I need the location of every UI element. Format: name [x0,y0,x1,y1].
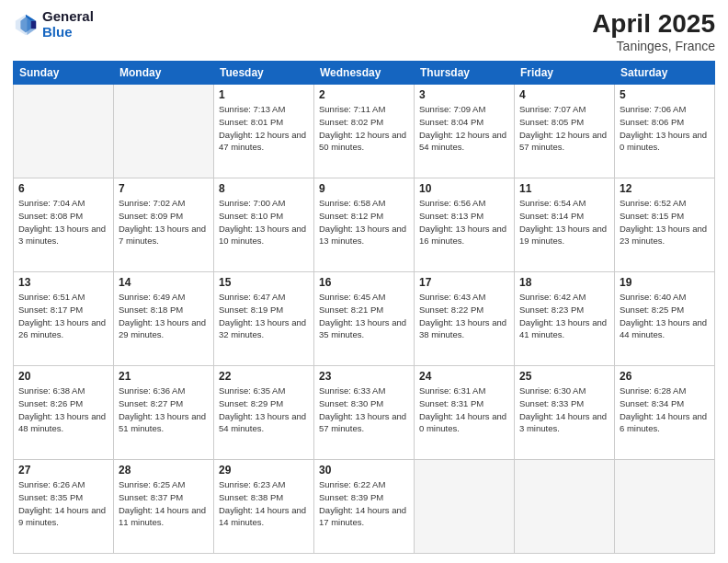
day-number: 2 [319,88,409,101]
svg-marker-3 [31,20,37,28]
title-area: April 2025 Taninges, France [592,9,715,53]
day-info: Sunrise: 6:51 AMSunset: 8:17 PMDaylight:… [18,292,106,339]
calendar-cell [615,460,715,554]
day-number: 28 [119,464,209,477]
day-number: 15 [219,276,309,289]
day-info: Sunrise: 6:22 AMSunset: 8:39 PMDaylight:… [319,479,406,527]
calendar-cell: 4 Sunrise: 7:07 AMSunset: 8:05 PMDayligh… [515,85,615,178]
day-number: 6 [18,182,108,195]
day-info: Sunrise: 6:25 AMSunset: 8:37 PMDaylight:… [119,479,206,527]
calendar-cell: 25 Sunrise: 6:30 AMSunset: 8:33 PMDaylig… [515,366,615,460]
calendar-cell: 28 Sunrise: 6:25 AMSunset: 8:37 PMDaylig… [114,460,214,554]
title-month: April 2025 [592,9,715,39]
day-info: Sunrise: 6:56 AMSunset: 8:13 PMDaylight:… [419,198,506,246]
col-thursday: Thursday [415,62,515,85]
calendar-cell: 19 Sunrise: 6:40 AMSunset: 8:25 PMDaylig… [615,272,715,366]
calendar-cell: 22 Sunrise: 6:35 AMSunset: 8:29 PMDaylig… [214,366,314,460]
calendar-cell: 14 Sunrise: 6:49 AMSunset: 8:18 PMDaylig… [114,272,214,366]
day-number: 3 [419,88,509,101]
calendar-cell: 26 Sunrise: 6:28 AMSunset: 8:34 PMDaylig… [615,366,715,460]
logo-general-text: General [42,9,94,25]
calendar-cell: 17 Sunrise: 6:43 AMSunset: 8:22 PMDaylig… [415,272,515,366]
day-number: 29 [219,464,309,477]
day-info: Sunrise: 6:43 AMSunset: 8:22 PMDaylight:… [419,292,506,339]
day-info: Sunrise: 6:38 AMSunset: 8:26 PMDaylight:… [18,385,106,433]
calendar-cell: 13 Sunrise: 6:51 AMSunset: 8:17 PMDaylig… [14,272,114,366]
day-number: 10 [419,182,509,195]
calendar-cell [114,85,214,178]
day-number: 9 [319,182,409,195]
calendar-cell: 9 Sunrise: 6:58 AMSunset: 8:12 PMDayligh… [314,178,415,272]
calendar-header-row: Sunday Monday Tuesday Wednesday Thursday… [14,62,715,85]
day-number: 17 [419,276,509,289]
day-info: Sunrise: 7:13 AMSunset: 8:01 PMDaylight:… [219,104,306,152]
day-info: Sunrise: 7:00 AMSunset: 8:10 PMDaylight:… [219,198,306,246]
calendar-cell: 21 Sunrise: 6:36 AMSunset: 8:27 PMDaylig… [114,366,214,460]
day-number: 18 [519,276,609,289]
day-info: Sunrise: 6:52 AMSunset: 8:15 PMDaylight:… [620,198,707,246]
calendar-cell: 27 Sunrise: 6:26 AMSunset: 8:35 PMDaylig… [14,460,114,554]
col-friday: Friday [515,62,615,85]
day-info: Sunrise: 7:09 AMSunset: 8:04 PMDaylight:… [419,104,506,152]
calendar-cell: 3 Sunrise: 7:09 AMSunset: 8:04 PMDayligh… [415,85,515,178]
day-info: Sunrise: 7:11 AMSunset: 8:02 PMDaylight:… [319,104,406,152]
day-info: Sunrise: 7:07 AMSunset: 8:05 PMDaylight:… [519,104,607,152]
day-number: 26 [620,370,710,383]
calendar-week-row: 20 Sunrise: 6:38 AMSunset: 8:26 PMDaylig… [14,366,715,460]
col-sunday: Sunday [14,62,114,85]
day-info: Sunrise: 6:42 AMSunset: 8:23 PMDaylight:… [519,292,607,339]
day-number: 27 [18,464,108,477]
calendar-cell: 29 Sunrise: 6:23 AMSunset: 8:38 PMDaylig… [214,460,314,554]
day-info: Sunrise: 7:06 AMSunset: 8:06 PMDaylight:… [620,104,707,152]
day-number: 19 [620,276,710,289]
calendar-cell: 12 Sunrise: 6:52 AMSunset: 8:15 PMDaylig… [615,178,715,272]
col-wednesday: Wednesday [314,62,415,85]
day-number: 13 [18,276,108,289]
calendar-cell: 16 Sunrise: 6:45 AMSunset: 8:21 PMDaylig… [314,272,415,366]
day-number: 1 [219,88,309,101]
day-number: 30 [319,464,409,477]
day-number: 25 [519,370,609,383]
calendar-cell: 24 Sunrise: 6:31 AMSunset: 8:31 PMDaylig… [415,366,515,460]
day-info: Sunrise: 6:28 AMSunset: 8:34 PMDaylight:… [620,385,707,433]
calendar-cell: 20 Sunrise: 6:38 AMSunset: 8:26 PMDaylig… [14,366,114,460]
calendar-cell: 6 Sunrise: 7:04 AMSunset: 8:08 PMDayligh… [14,178,114,272]
day-number: 11 [519,182,609,195]
day-info: Sunrise: 6:40 AMSunset: 8:25 PMDaylight:… [620,292,707,339]
calendar-cell: 11 Sunrise: 6:54 AMSunset: 8:14 PMDaylig… [515,178,615,272]
calendar-cell: 5 Sunrise: 7:06 AMSunset: 8:06 PMDayligh… [615,85,715,178]
day-info: Sunrise: 6:54 AMSunset: 8:14 PMDaylight:… [519,198,607,246]
day-info: Sunrise: 6:58 AMSunset: 8:12 PMDaylight:… [319,198,406,246]
calendar-week-row: 13 Sunrise: 6:51 AMSunset: 8:17 PMDaylig… [14,272,715,366]
calendar-cell [415,460,515,554]
calendar-cell: 30 Sunrise: 6:22 AMSunset: 8:39 PMDaylig… [314,460,415,554]
calendar-cell: 18 Sunrise: 6:42 AMSunset: 8:23 PMDaylig… [515,272,615,366]
calendar-cell: 10 Sunrise: 6:56 AMSunset: 8:13 PMDaylig… [415,178,515,272]
logo: General Blue [13,9,94,40]
calendar-table: Sunday Monday Tuesday Wednesday Thursday… [13,61,715,554]
day-info: Sunrise: 6:35 AMSunset: 8:29 PMDaylight:… [219,385,306,433]
calendar-cell: 8 Sunrise: 7:00 AMSunset: 8:10 PMDayligh… [214,178,314,272]
logo-icon [13,12,39,38]
day-info: Sunrise: 6:36 AMSunset: 8:27 PMDaylight:… [119,385,206,433]
calendar-cell: 1 Sunrise: 7:13 AMSunset: 8:01 PMDayligh… [214,85,314,178]
calendar-cell: 7 Sunrise: 7:02 AMSunset: 8:09 PMDayligh… [114,178,214,272]
day-number: 7 [119,182,209,195]
page: General Blue April 2025 Taninges, France… [0,0,728,563]
day-info: Sunrise: 6:26 AMSunset: 8:35 PMDaylight:… [18,479,106,527]
calendar-cell: 23 Sunrise: 6:33 AMSunset: 8:30 PMDaylig… [314,366,415,460]
header: General Blue April 2025 Taninges, France [13,9,715,53]
day-number: 4 [519,88,609,101]
day-number: 22 [219,370,309,383]
day-info: Sunrise: 7:04 AMSunset: 8:08 PMDaylight:… [18,198,106,246]
calendar-week-row: 6 Sunrise: 7:04 AMSunset: 8:08 PMDayligh… [14,178,715,272]
day-number: 16 [319,276,409,289]
day-number: 14 [119,276,209,289]
logo-blue-text: Blue [42,25,94,40]
day-number: 5 [620,88,710,101]
day-number: 21 [119,370,209,383]
day-number: 12 [620,182,710,195]
title-location: Taninges, France [592,39,715,53]
day-info: Sunrise: 7:02 AMSunset: 8:09 PMDaylight:… [119,198,206,246]
calendar-cell: 2 Sunrise: 7:11 AMSunset: 8:02 PMDayligh… [314,85,415,178]
